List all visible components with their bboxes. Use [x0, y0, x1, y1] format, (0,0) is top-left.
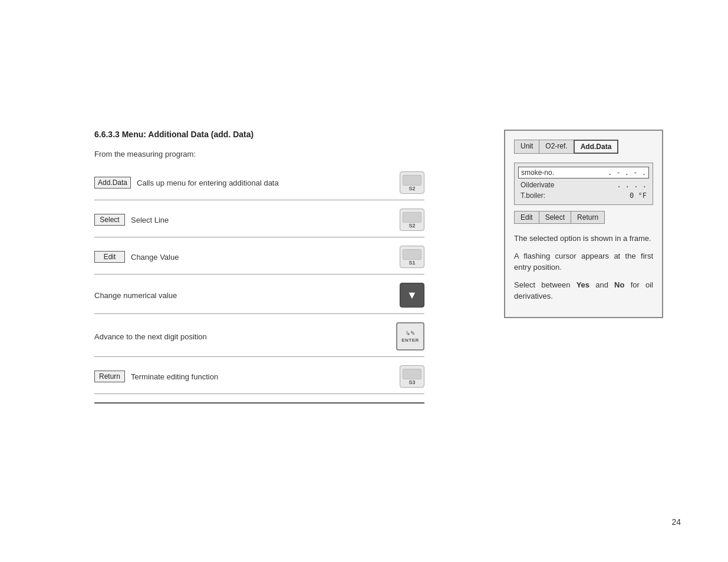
device-button-bar: Edit Select Return [514, 211, 605, 224]
enter-icon: ↳✎ [406, 330, 415, 336]
return-row: Return Terminate editing function S3 [94, 365, 424, 394]
arrow-row: Change numerical value ▼ [94, 283, 424, 314]
device-select-button[interactable]: Select [539, 211, 571, 223]
tboiler-value: 0 °F [630, 191, 647, 200]
s2-label-2: S2 [409, 223, 415, 229]
return-button-label: Return [94, 371, 125, 382]
device-description: The selected option is shown in a frame.… [514, 233, 653, 302]
add-data-button-label: Add.Data [94, 177, 131, 189]
s1-key[interactable]: S1 [400, 246, 424, 268]
desc-3: Select between Yes and No for oil deriva… [514, 279, 653, 302]
from-program-text: From the measuring program: [94, 150, 424, 158]
tab-unit[interactable]: Unit [515, 140, 539, 153]
desc-1: The selected option is shown in a frame. [514, 233, 653, 244]
device-edit-button[interactable]: Edit [515, 211, 539, 223]
edit-row: Edit Change Value S1 [94, 246, 424, 275]
section-title: 6.6.3.3 Menu: Additional Data (add. Data… [94, 130, 424, 139]
add-data-row: Add.Data Calls up menu for entering addi… [94, 171, 424, 200]
enter-label: ENTER [401, 338, 419, 343]
return-text: Terminate editing function [131, 372, 394, 381]
desc-2: A flashing cursor appears at the first e… [514, 250, 653, 273]
oilderivate-value: . . . . [617, 181, 647, 189]
smoke-no-value: . - . - . [608, 168, 646, 177]
edit-text: Change Value [131, 253, 394, 262]
s2-label-1: S2 [409, 186, 415, 191]
select-button-label: Select [94, 214, 125, 226]
tboiler-row: T.boiler: 0 °F [521, 191, 647, 200]
page-container: 6.6.3.3 Menu: Additional Data (add. Data… [0, 0, 728, 562]
data-box: smoke-no. . - . - . Oilderivate . . . . … [514, 163, 653, 205]
tab-o2ref[interactable]: O2-ref. [539, 140, 574, 153]
s2-key-1[interactable]: S2 [400, 171, 424, 194]
enter-key[interactable]: ↳✎ ENTER [396, 322, 424, 351]
tab-adddata[interactable]: Add.Data [574, 140, 619, 154]
add-data-text: Calls up menu for entering additional da… [137, 178, 394, 187]
left-panel: 6.6.3.3 Menu: Additional Data (add. Data… [94, 130, 424, 404]
device-return-button[interactable]: Return [571, 211, 604, 223]
oilderivate-label: Oilderivate [521, 181, 554, 189]
arrow-down-key[interactable]: ▼ [400, 283, 424, 308]
smoke-no-row: smoke-no. . - . - . [518, 167, 649, 178]
arrow-text: Change numerical value [94, 291, 394, 300]
enter-text: Advance to the next digit position [94, 332, 390, 341]
tboiler-label: T.boiler: [521, 191, 545, 200]
select-row: Select Select Line S2 [94, 209, 424, 237]
select-text: Select Line [131, 216, 394, 224]
s3-label: S3 [409, 379, 415, 385]
smoke-no-label: smoke-no. [521, 168, 554, 177]
enter-row: Advance to the next digit position ↳✎ EN… [94, 322, 424, 357]
edit-button-label: Edit [94, 251, 125, 263]
s2-key-2[interactable]: S2 [400, 209, 424, 231]
s1-label: S1 [409, 260, 415, 266]
bottom-divider [94, 402, 424, 404]
s3-key[interactable]: S3 [400, 365, 424, 388]
oilderivate-row: Oilderivate . . . . [521, 181, 647, 189]
arrow-down-icon: ▼ [407, 290, 417, 300]
device-screen: Unit O2-ref. Add.Data smoke-no. . - . - … [504, 130, 663, 318]
page-number: 24 [671, 517, 681, 527]
tab-bar: Unit O2-ref. Add.Data [514, 140, 618, 154]
